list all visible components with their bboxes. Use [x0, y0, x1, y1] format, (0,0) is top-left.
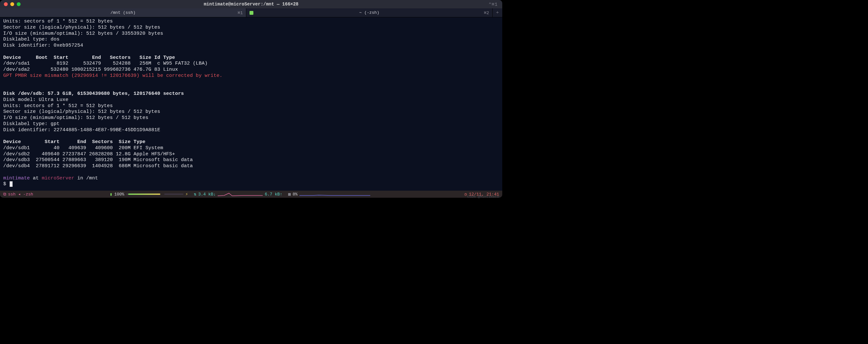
network-icon: ⇅: [194, 192, 196, 197]
tab-label: ~ (-zsh): [246, 10, 492, 15]
battery-bar-tail: [164, 194, 184, 195]
tab-shortcut: ⌘2: [484, 10, 489, 15]
table-row: /dev/sdb4 27891712 29296639 1404928 686M…: [3, 163, 193, 169]
tab-shortcut: ⌘1: [238, 10, 243, 15]
table-row: /dev/sda1 8192 532479 524288 256M c W95 …: [3, 61, 208, 66]
window-controls: [0, 2, 21, 6]
clock-icon: ◷: [465, 192, 467, 197]
output-line: Disklabel type: gpt: [3, 121, 60, 127]
output-line: I/O size (minimum/optimal): 512 bytes / …: [3, 31, 163, 36]
warning-line: GPT PMBR size mismatch (29296914 != 1201…: [3, 73, 222, 78]
window-hint: ⌃⌘1: [489, 2, 502, 7]
output-line: Sector size (logical/physical): 512 byte…: [3, 109, 160, 114]
tab-label: /mnt (ssh): [0, 10, 246, 15]
table-header: Device Boot Start End Sectors Size Id Ty…: [3, 55, 175, 61]
zoom-icon[interactable]: [17, 2, 21, 6]
disk-heading: Disk /dev/sdb: 57.3 GiB, 61530439680 byt…: [3, 91, 184, 97]
status-cpu: ▦ 8%: [288, 192, 370, 197]
terminal-output[interactable]: Units: sectors of 1 * 512 = 512 bytes Se…: [0, 18, 502, 189]
table-row: /dev/sdb1 40 409639 409600 200M EFI Syst…: [3, 145, 163, 151]
cursor: [10, 181, 12, 187]
output-line: Disk identifier: 22744885-1488-4E87-99BE…: [3, 127, 160, 133]
new-tab-button[interactable]: +: [493, 8, 502, 17]
prompt-path: /mnt: [86, 176, 98, 181]
output-line: Disk model: Ultra Luxe: [3, 97, 68, 103]
net-up: 6.7 kB↑: [265, 192, 282, 197]
output-line: Units: sectors of 1 * 512 = 512 bytes: [3, 19, 113, 24]
output-line: Units: sectors of 1 * 512 = 512 bytes: [3, 103, 113, 109]
output-line: Disklabel type: dos: [3, 37, 60, 42]
cpu-sparkline: [300, 192, 370, 197]
battery-pct: 100%: [114, 192, 124, 197]
net-down: 3.4 kB↓: [198, 192, 216, 197]
plus-icon: +: [496, 10, 499, 15]
table-row: /dev/sdb3 27500544 27889663 389120 190M …: [3, 157, 193, 163]
terminal-window: mintimate@microServer:/mnt — 166×28 ⌃⌘1 …: [0, 0, 502, 198]
minimize-icon[interactable]: [10, 2, 14, 6]
titlebar: mintimate@microServer:/mnt — 166×28 ⌃⌘1: [0, 0, 502, 8]
status-battery: ▮ 100% ⚡: [110, 192, 188, 197]
cpu-icon: ▦: [288, 192, 291, 197]
prompt-in: in: [74, 176, 86, 181]
link-icon: ⧉: [3, 192, 6, 197]
prompt-symbol: $: [3, 181, 9, 187]
prompt-host: microServer: [42, 176, 74, 181]
status-bar: ⧉ ssh ◂ -zsh ▮ 100% ⚡ ⇅ 3.4 kB↓ 6.7 kB↑ …: [0, 191, 502, 198]
table-row: /dev/sda2 532480 1000215215 999682736 47…: [3, 67, 178, 72]
table-row: /dev/sdb2 409640 27237847 26828208 12.8G…: [3, 151, 175, 157]
output-line: Sector size (logical/physical): 512 byte…: [3, 25, 160, 30]
prompt-at: at: [30, 176, 42, 181]
battery-icon: ▮: [110, 192, 112, 197]
close-icon[interactable]: [4, 2, 8, 6]
output-line: I/O size (minimum/optimal): 512 bytes / …: [3, 115, 148, 121]
net-sparkline: [218, 192, 263, 197]
window-title: mintimate@microServer:/mnt — 166×28: [0, 2, 502, 7]
status-session[interactable]: ⧉ ssh ◂ -zsh: [3, 192, 33, 197]
output-line: Disk identifier: 0xeb957254: [3, 43, 83, 48]
bolt-icon: ⚡: [185, 192, 188, 197]
watermark: CSDN @Mintimate: [467, 195, 499, 199]
prompt-user: mintimate: [3, 176, 30, 181]
battery-bar-fill: [128, 194, 160, 195]
table-header: Device Start End Sectors Size Type: [3, 139, 146, 145]
tab-zsh[interactable]: ~ (-zsh) ⌘2: [246, 8, 493, 17]
status-network: ⇅ 3.4 kB↓ 6.7 kB↑: [194, 192, 282, 197]
cpu-pct: 8%: [293, 192, 298, 197]
tab-ssh[interactable]: /mnt (ssh) ⌘1: [0, 8, 246, 17]
terminal-icon: [250, 11, 253, 15]
session-text: ssh ◂ -zsh: [8, 192, 33, 197]
tab-bar: /mnt (ssh) ⌘1 ~ (-zsh) ⌘2 +: [0, 8, 502, 18]
